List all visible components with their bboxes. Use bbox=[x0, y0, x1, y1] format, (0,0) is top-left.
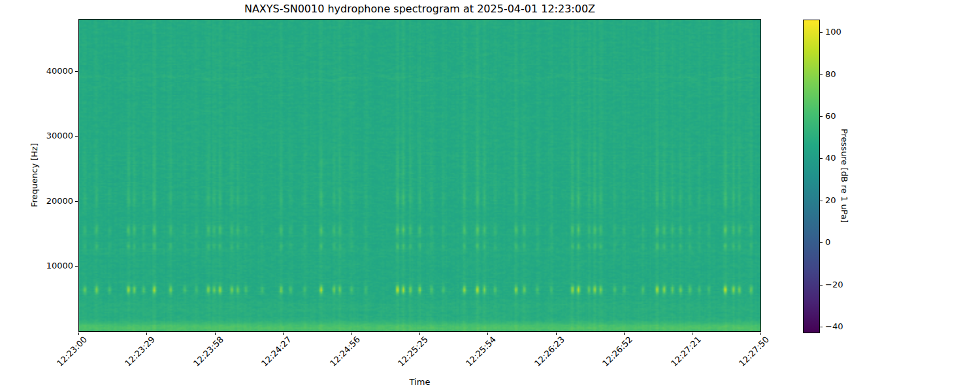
x-tick-mark bbox=[215, 333, 216, 335]
y-tick-label: 30000 bbox=[26, 131, 73, 141]
colorbar-tick-mark bbox=[820, 74, 823, 75]
colorbar-tick-label: 60 bbox=[825, 111, 836, 122]
colorbar-tick-mark bbox=[820, 116, 823, 117]
x-axis-label: Time bbox=[78, 377, 761, 387]
x-tick-label: 12:26:52 bbox=[600, 335, 634, 368]
x-tick-label: 12:25:25 bbox=[396, 335, 430, 368]
x-tick-mark bbox=[283, 333, 284, 335]
y-tick-label: 20000 bbox=[26, 196, 73, 206]
x-tick-mark bbox=[78, 333, 79, 335]
colorbar-tick-label: −20 bbox=[825, 280, 843, 290]
x-tick-label: 12:27:50 bbox=[737, 335, 771, 368]
y-tick-mark bbox=[75, 266, 78, 267]
colorbar bbox=[803, 20, 820, 333]
colorbar-label: Pressure [dB re 1 uPa] bbox=[840, 129, 849, 223]
colorbar-tick-mark bbox=[820, 327, 823, 327]
chart-title: NAXYS-SN0010 hydrophone spectrogram at 2… bbox=[78, 3, 761, 16]
x-tick-mark bbox=[146, 333, 147, 335]
x-tick-label: 12:25:54 bbox=[464, 335, 498, 368]
colorbar-tick-label: 80 bbox=[825, 69, 836, 80]
y-tick-label: 40000 bbox=[26, 66, 73, 76]
colorbar-gradient-canvas bbox=[804, 20, 819, 333]
colorbar-tick-label: 20 bbox=[825, 195, 836, 206]
colorbar-tick-label: 40 bbox=[825, 153, 836, 163]
x-tick-mark bbox=[624, 333, 625, 335]
x-tick-label: 12:24:56 bbox=[328, 335, 362, 368]
x-tick-mark bbox=[419, 333, 420, 335]
x-tick-label: 12:26:23 bbox=[532, 335, 566, 368]
y-tick-label: 10000 bbox=[26, 261, 73, 271]
x-tick-label: 12:23:58 bbox=[191, 335, 225, 368]
x-tick-label: 12:24:27 bbox=[259, 335, 293, 368]
figure: NAXYS-SN0010 hydrophone spectrogram at 2… bbox=[0, 0, 980, 392]
x-tick-mark bbox=[487, 333, 488, 335]
colorbar-tick-label: 100 bbox=[825, 27, 841, 37]
colorbar-tick-mark bbox=[820, 32, 823, 33]
colorbar-tick-label: 0 bbox=[825, 237, 830, 248]
y-tick-mark bbox=[75, 136, 78, 137]
y-tick-mark bbox=[75, 201, 78, 202]
x-tick-label: 12:23:00 bbox=[55, 335, 89, 368]
x-tick-mark bbox=[556, 333, 557, 335]
colorbar-tick-mark bbox=[820, 158, 823, 159]
y-tick-mark bbox=[75, 71, 78, 72]
colorbar-tick-mark bbox=[820, 201, 823, 201]
spectrogram-plot bbox=[78, 19, 761, 332]
x-tick-label: 12:23:29 bbox=[123, 335, 157, 368]
x-tick-label: 12:27:21 bbox=[669, 335, 703, 368]
x-tick-mark bbox=[760, 333, 761, 335]
colorbar-tick-label: −40 bbox=[825, 321, 843, 332]
spectrogram-canvas bbox=[79, 20, 760, 331]
x-tick-mark bbox=[693, 333, 693, 335]
colorbar-tick-mark bbox=[820, 285, 823, 286]
colorbar-tick-mark bbox=[820, 242, 823, 243]
x-tick-mark bbox=[351, 333, 352, 335]
